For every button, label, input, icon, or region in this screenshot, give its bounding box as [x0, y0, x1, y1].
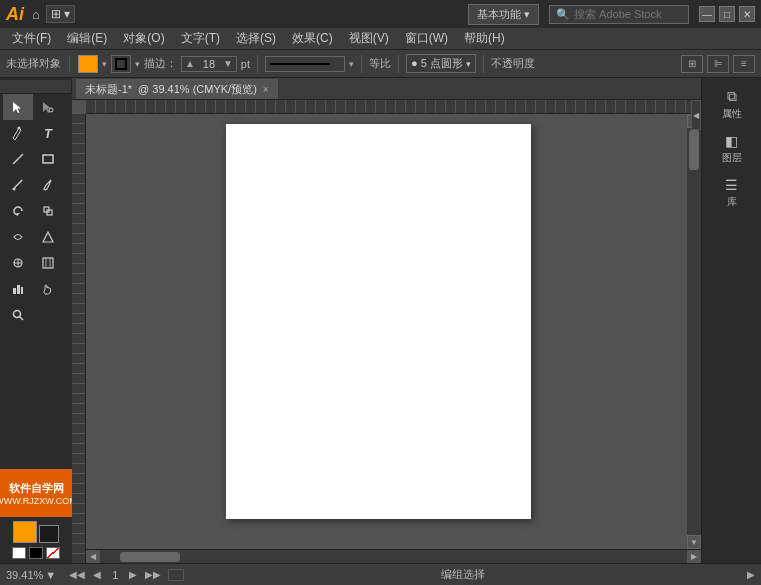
- stroke-size-input[interactable]: [195, 58, 223, 70]
- right-collapse-button[interactable]: ◀: [691, 100, 701, 130]
- stroke-preview[interactable]: [265, 56, 345, 72]
- panel-properties[interactable]: ⧉ 属性: [702, 82, 761, 127]
- nav-last-button[interactable]: ▶▶: [142, 568, 164, 581]
- tool-hand[interactable]: [33, 276, 63, 302]
- tool-row-5: [3, 198, 69, 224]
- tab-close-button[interactable]: ×: [263, 84, 269, 95]
- tool-placeholder: [33, 302, 63, 328]
- home-icon[interactable]: ⌂: [32, 7, 40, 22]
- nav-first-button[interactable]: ◀◀: [66, 568, 88, 581]
- nav-next-button[interactable]: ▶: [126, 568, 140, 581]
- swatch-row-2: [12, 547, 60, 559]
- layout-button[interactable]: ⊞ ▾: [46, 5, 75, 23]
- scroll-thumb-h[interactable]: [120, 552, 180, 562]
- status-center-label: 编组选择: [184, 567, 741, 582]
- canvas-document[interactable]: [226, 124, 531, 519]
- menu-icon-btn[interactable]: ≡: [733, 55, 755, 73]
- null-swatch[interactable]: [46, 547, 60, 559]
- workspace-dropdown[interactable]: 基本功能 ▾: [468, 4, 539, 25]
- separator3: [361, 55, 362, 73]
- size-up-icon[interactable]: ▲: [185, 58, 195, 69]
- tool-direct-select[interactable]: [33, 94, 63, 120]
- menubar: 文件(F) 编辑(E) 对象(O) 文字(T) 选择(S) 效果(C) 视图(V…: [0, 28, 761, 50]
- scroll-down-button[interactable]: ▼: [687, 535, 701, 549]
- properties-label: 属性: [722, 107, 742, 121]
- minimize-button[interactable]: —: [699, 6, 715, 22]
- menu-text[interactable]: 文字(T): [173, 28, 228, 49]
- svg-point-3: [18, 127, 21, 130]
- fill-color-swatch[interactable]: [78, 55, 98, 73]
- tool-pencil[interactable]: [3, 172, 33, 198]
- stroke-shape-button[interactable]: [111, 55, 131, 73]
- scroll-right-button[interactable]: ▶: [687, 550, 701, 564]
- svg-rect-5: [43, 155, 53, 163]
- panel-library[interactable]: ☰ 库: [702, 171, 761, 215]
- library-label: 库: [727, 195, 737, 209]
- svg-rect-16: [13, 288, 16, 294]
- point-dropdown[interactable]: ● 5 点圆形 ▾: [406, 54, 476, 73]
- window-controls: — □ ✕: [699, 6, 755, 22]
- close-button[interactable]: ✕: [739, 6, 755, 22]
- stroke-preview-arrow[interactable]: ▾: [349, 59, 354, 69]
- menu-edit[interactable]: 编辑(E): [59, 28, 115, 49]
- nav-prev-button[interactable]: ◀: [90, 568, 104, 581]
- tool-row-8: [3, 276, 69, 302]
- tool-paintbrush[interactable]: [33, 172, 63, 198]
- menu-file[interactable]: 文件(F): [4, 28, 59, 49]
- canvas-inner[interactable]: [86, 114, 687, 549]
- menu-effect[interactable]: 效果(C): [284, 28, 341, 49]
- size-down-icon[interactable]: ▼: [223, 58, 233, 69]
- zoom-arrow[interactable]: ▼: [45, 569, 56, 581]
- tool-text[interactable]: T: [33, 120, 63, 146]
- optionsbar: 未选择对象 ▾ ▾ 描边： ▲ ▼ pt ▾ 等比 ● 5 点圆形 ▾ 不透明度…: [0, 50, 761, 78]
- scroll-track-v[interactable]: [687, 128, 701, 535]
- stroke-arrow[interactable]: ▾: [135, 59, 140, 69]
- none-swatch[interactable]: [12, 547, 26, 559]
- canvas-area: 未标题-1* @ 39.41% (CMYK/预览) ×: [72, 78, 701, 563]
- foreground-swatch[interactable]: [13, 521, 37, 543]
- tool-zoom[interactable]: [3, 302, 33, 328]
- tool-warp[interactable]: [3, 224, 33, 250]
- stroke-label: 描边：: [144, 56, 177, 71]
- layers-label: 图层: [722, 151, 742, 165]
- tool-rect[interactable]: [33, 146, 63, 172]
- swatch-row-1: [13, 521, 59, 543]
- scroll-thumb-v[interactable]: [689, 130, 699, 170]
- search-input[interactable]: [574, 8, 684, 20]
- black-swatch[interactable]: [29, 547, 43, 559]
- tab-title: 未标题-1*: [85, 82, 132, 97]
- layers-icon: ◧: [725, 133, 738, 149]
- main-area: T: [0, 78, 761, 563]
- tool-image-trace[interactable]: [33, 250, 63, 276]
- menu-object[interactable]: 对象(O): [115, 28, 172, 49]
- ruler-marks-h: [86, 100, 701, 113]
- watermark[interactable]: 软件自学网 WWW.RJZXW.COM: [0, 469, 72, 517]
- document-tab[interactable]: 未标题-1* @ 39.41% (CMYK/预览) ×: [76, 79, 278, 99]
- tool-symbol[interactable]: [3, 250, 33, 276]
- tool-select[interactable]: [3, 94, 33, 120]
- menu-window[interactable]: 窗口(W): [397, 28, 456, 49]
- menu-help[interactable]: 帮助(H): [456, 28, 513, 49]
- scroll-track-h[interactable]: [100, 550, 687, 564]
- background-swatch[interactable]: [39, 525, 59, 543]
- svg-point-6: [13, 188, 16, 191]
- grid-icon-btn[interactable]: ⊞: [681, 55, 703, 73]
- fill-arrow[interactable]: ▾: [102, 59, 107, 69]
- tool-rotate[interactable]: [3, 198, 33, 224]
- page-options-button[interactable]: [168, 569, 184, 581]
- panel-layers[interactable]: ◧ 图层: [702, 127, 761, 171]
- restore-button[interactable]: □: [719, 6, 735, 22]
- tool-pen[interactable]: [3, 120, 33, 146]
- status-expand-button[interactable]: ▶: [747, 569, 755, 580]
- tool-line[interactable]: [3, 146, 33, 172]
- scroll-left-button[interactable]: ◀: [86, 550, 100, 564]
- align-icon-btn[interactable]: ⊫: [707, 55, 729, 73]
- opacity-label: 不透明度: [491, 56, 535, 71]
- watermark-line1: 软件自学网: [9, 481, 64, 496]
- titlebar: Ai ⌂ ⊞ ▾ 基本功能 ▾ 🔍 — □ ✕: [0, 0, 761, 28]
- tool-scale[interactable]: [33, 198, 63, 224]
- menu-select[interactable]: 选择(S): [228, 28, 284, 49]
- tool-bar-chart[interactable]: [3, 276, 33, 302]
- tool-transform[interactable]: [33, 224, 63, 250]
- menu-view[interactable]: 视图(V): [341, 28, 397, 49]
